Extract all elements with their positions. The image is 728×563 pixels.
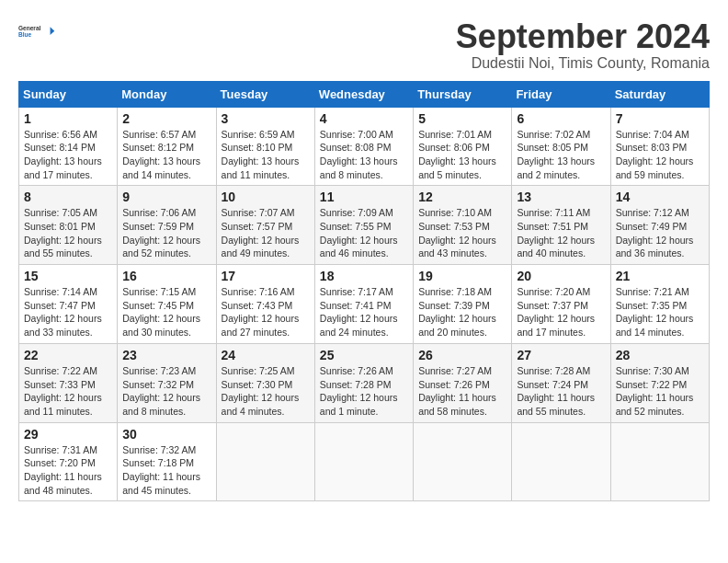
day-number: 3 bbox=[222, 111, 310, 126]
day-info: Sunrise: 7:01 AM Sunset: 8:06 PM Dayligh… bbox=[418, 128, 506, 182]
calendar-week-row: 22Sunrise: 7:22 AM Sunset: 7:33 PM Dayli… bbox=[19, 343, 710, 422]
calendar-cell bbox=[314, 422, 413, 501]
day-number: 20 bbox=[517, 269, 605, 283]
day-number: 14 bbox=[616, 190, 704, 204]
day-info: Sunrise: 7:26 AM Sunset: 7:28 PM Dayligh… bbox=[320, 364, 408, 419]
svg-text:Blue: Blue bbox=[18, 31, 32, 38]
day-info: Sunrise: 7:25 AM Sunset: 7:30 PM Dayligh… bbox=[222, 364, 310, 419]
day-info: Sunrise: 7:10 AM Sunset: 7:53 PM Dayligh… bbox=[418, 206, 506, 260]
day-number: 25 bbox=[320, 348, 408, 362]
weekday-header-tuesday: Tuesday bbox=[216, 81, 314, 107]
day-info: Sunrise: 7:04 AM Sunset: 8:03 PM Dayligh… bbox=[616, 128, 704, 182]
calendar-cell: 23Sunrise: 7:23 AM Sunset: 7:32 PM Dayli… bbox=[118, 343, 216, 422]
day-number: 21 bbox=[616, 269, 704, 283]
calendar-cell: 27Sunrise: 7:28 AM Sunset: 7:24 PM Dayli… bbox=[512, 343, 610, 422]
day-info: Sunrise: 6:56 AM Sunset: 8:14 PM Dayligh… bbox=[24, 128, 112, 182]
calendar-cell: 8Sunrise: 7:05 AM Sunset: 8:01 PM Daylig… bbox=[19, 186, 118, 265]
calendar-cell: 4Sunrise: 7:00 AM Sunset: 8:08 PM Daylig… bbox=[314, 107, 413, 186]
day-number: 23 bbox=[122, 348, 210, 362]
calendar-week-row: 29Sunrise: 7:31 AM Sunset: 7:20 PM Dayli… bbox=[19, 422, 710, 501]
calendar-cell bbox=[610, 422, 709, 501]
svg-text:General: General bbox=[18, 25, 41, 31]
calendar-cell: 16Sunrise: 7:15 AM Sunset: 7:45 PM Dayli… bbox=[118, 265, 216, 344]
day-number: 15 bbox=[24, 269, 112, 283]
day-info: Sunrise: 7:05 AM Sunset: 8:01 PM Dayligh… bbox=[24, 206, 112, 260]
calendar-cell: 22Sunrise: 7:22 AM Sunset: 7:33 PM Dayli… bbox=[19, 343, 118, 422]
calendar-cell: 24Sunrise: 7:25 AM Sunset: 7:30 PM Dayli… bbox=[216, 343, 314, 422]
day-info: Sunrise: 7:02 AM Sunset: 8:05 PM Dayligh… bbox=[517, 128, 605, 182]
calendar-cell: 12Sunrise: 7:10 AM Sunset: 7:53 PM Dayli… bbox=[414, 186, 512, 265]
day-number: 13 bbox=[517, 190, 605, 204]
day-info: Sunrise: 7:12 AM Sunset: 7:49 PM Dayligh… bbox=[616, 206, 704, 260]
calendar-cell: 21Sunrise: 7:21 AM Sunset: 7:35 PM Dayli… bbox=[610, 265, 709, 344]
month-title: September 2024 bbox=[456, 18, 710, 55]
calendar-table: SundayMondayTuesdayWednesdayThursdayFrid… bbox=[18, 81, 710, 502]
calendar-cell: 3Sunrise: 6:59 AM Sunset: 8:10 PM Daylig… bbox=[216, 107, 314, 186]
day-info: Sunrise: 7:23 AM Sunset: 7:32 PM Dayligh… bbox=[122, 364, 210, 419]
calendar-cell: 15Sunrise: 7:14 AM Sunset: 7:47 PM Dayli… bbox=[19, 265, 118, 344]
day-number: 8 bbox=[24, 190, 112, 204]
calendar-week-row: 8Sunrise: 7:05 AM Sunset: 8:01 PM Daylig… bbox=[19, 186, 710, 265]
calendar-cell: 26Sunrise: 7:27 AM Sunset: 7:26 PM Dayli… bbox=[414, 343, 512, 422]
day-number: 22 bbox=[24, 348, 112, 362]
day-info: Sunrise: 7:15 AM Sunset: 7:45 PM Dayligh… bbox=[122, 285, 210, 339]
day-number: 27 bbox=[517, 348, 605, 362]
calendar-cell: 17Sunrise: 7:16 AM Sunset: 7:43 PM Dayli… bbox=[216, 265, 314, 344]
day-number: 7 bbox=[616, 111, 704, 126]
page-header: GeneralBlue September 2024 Dudestii Noi,… bbox=[18, 18, 710, 72]
day-number: 10 bbox=[222, 190, 310, 204]
day-info: Sunrise: 7:14 AM Sunset: 7:47 PM Dayligh… bbox=[24, 285, 112, 339]
day-number: 18 bbox=[320, 269, 408, 283]
day-info: Sunrise: 7:22 AM Sunset: 7:33 PM Dayligh… bbox=[24, 364, 112, 419]
calendar-cell: 14Sunrise: 7:12 AM Sunset: 7:49 PM Dayli… bbox=[610, 186, 709, 265]
weekday-header-wednesday: Wednesday bbox=[314, 81, 413, 107]
weekday-header-thursday: Thursday bbox=[414, 81, 512, 107]
day-info: Sunrise: 7:07 AM Sunset: 7:57 PM Dayligh… bbox=[222, 206, 310, 260]
day-info: Sunrise: 6:59 AM Sunset: 8:10 PM Dayligh… bbox=[222, 128, 310, 182]
calendar-cell: 9Sunrise: 7:06 AM Sunset: 7:59 PM Daylig… bbox=[118, 186, 216, 265]
weekday-header-monday: Monday bbox=[118, 81, 216, 107]
day-number: 2 bbox=[122, 111, 210, 126]
day-number: 29 bbox=[24, 427, 112, 442]
calendar-cell: 1Sunrise: 6:56 AM Sunset: 8:14 PM Daylig… bbox=[19, 107, 118, 186]
day-number: 16 bbox=[122, 269, 210, 283]
day-info: Sunrise: 7:32 AM Sunset: 7:18 PM Dayligh… bbox=[122, 443, 210, 498]
calendar-cell: 19Sunrise: 7:18 AM Sunset: 7:39 PM Dayli… bbox=[414, 265, 512, 344]
calendar-cell: 6Sunrise: 7:02 AM Sunset: 8:05 PM Daylig… bbox=[512, 107, 610, 186]
day-info: Sunrise: 7:16 AM Sunset: 7:43 PM Dayligh… bbox=[222, 285, 310, 339]
day-info: Sunrise: 7:00 AM Sunset: 8:08 PM Dayligh… bbox=[320, 128, 408, 182]
calendar-cell: 25Sunrise: 7:26 AM Sunset: 7:28 PM Dayli… bbox=[314, 343, 413, 422]
calendar-cell: 28Sunrise: 7:30 AM Sunset: 7:22 PM Dayli… bbox=[610, 343, 709, 422]
day-info: Sunrise: 7:30 AM Sunset: 7:22 PM Dayligh… bbox=[616, 364, 704, 419]
location-subtitle: Dudestii Noi, Timis County, Romania bbox=[456, 55, 710, 72]
day-info: Sunrise: 7:21 AM Sunset: 7:35 PM Dayligh… bbox=[616, 285, 704, 339]
logo-icon: GeneralBlue bbox=[18, 18, 55, 44]
day-number: 30 bbox=[122, 427, 210, 442]
calendar-cell bbox=[512, 422, 610, 501]
day-info: Sunrise: 7:17 AM Sunset: 7:41 PM Dayligh… bbox=[320, 285, 408, 339]
day-info: Sunrise: 7:06 AM Sunset: 7:59 PM Dayligh… bbox=[122, 206, 210, 260]
logo: GeneralBlue bbox=[18, 18, 55, 46]
calendar-header-row: SundayMondayTuesdayWednesdayThursdayFrid… bbox=[19, 81, 710, 107]
day-number: 1 bbox=[24, 111, 112, 126]
day-number: 9 bbox=[122, 190, 210, 204]
calendar-cell: 20Sunrise: 7:20 AM Sunset: 7:37 PM Dayli… bbox=[512, 265, 610, 344]
day-info: Sunrise: 7:27 AM Sunset: 7:26 PM Dayligh… bbox=[418, 364, 506, 419]
day-number: 19 bbox=[418, 269, 506, 283]
day-number: 26 bbox=[418, 348, 506, 362]
calendar-cell: 18Sunrise: 7:17 AM Sunset: 7:41 PM Dayli… bbox=[314, 265, 413, 344]
svg-marker-2 bbox=[51, 27, 55, 35]
calendar-cell: 7Sunrise: 7:04 AM Sunset: 8:03 PM Daylig… bbox=[610, 107, 709, 186]
day-number: 4 bbox=[320, 111, 408, 126]
day-number: 11 bbox=[320, 190, 408, 204]
weekday-header-saturday: Saturday bbox=[610, 81, 709, 107]
day-number: 12 bbox=[418, 190, 506, 204]
day-info: Sunrise: 7:18 AM Sunset: 7:39 PM Dayligh… bbox=[418, 285, 506, 339]
day-info: Sunrise: 7:31 AM Sunset: 7:20 PM Dayligh… bbox=[24, 443, 112, 498]
day-info: Sunrise: 7:20 AM Sunset: 7:37 PM Dayligh… bbox=[517, 285, 605, 339]
calendar-cell bbox=[216, 422, 314, 501]
calendar-cell bbox=[414, 422, 512, 501]
day-info: Sunrise: 7:09 AM Sunset: 7:55 PM Dayligh… bbox=[320, 206, 408, 260]
calendar-cell: 11Sunrise: 7:09 AM Sunset: 7:55 PM Dayli… bbox=[314, 186, 413, 265]
calendar-week-row: 15Sunrise: 7:14 AM Sunset: 7:47 PM Dayli… bbox=[19, 265, 710, 344]
